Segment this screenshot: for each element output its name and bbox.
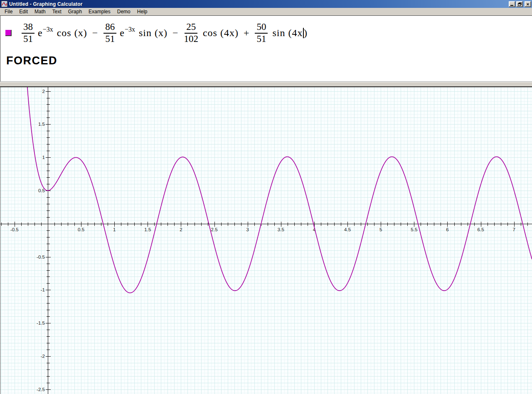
fraction-numerator: 50 bbox=[255, 22, 268, 34]
app-icon bbox=[1, 1, 7, 7]
menu-item-graph[interactable]: Graph bbox=[65, 8, 85, 15]
minimize-icon bbox=[510, 5, 513, 6]
exponent: −3x bbox=[125, 26, 135, 33]
operator: − bbox=[92, 27, 98, 39]
equation-panel: 38 51 e−3x cos (x) − 86 51 e−3x sin (x) … bbox=[0, 15, 532, 81]
app-window: Untitled - Graphing Calculator × File Ed… bbox=[0, 0, 532, 394]
x-tick-label: 4.5 bbox=[344, 227, 351, 232]
operator: + bbox=[244, 27, 249, 39]
function-curve bbox=[0, 87, 532, 293]
graph-area[interactable]: -0.50.511.522.533.544.555.566.5721.510.5… bbox=[0, 87, 532, 394]
x-tick-label: 3 bbox=[246, 227, 249, 232]
fraction: 50 51 bbox=[254, 22, 268, 44]
fraction-numerator: 38 bbox=[22, 22, 34, 34]
close-icon: × bbox=[527, 2, 529, 6]
x-tick-label: 7 bbox=[513, 227, 515, 232]
fraction-denominator: 51 bbox=[23, 34, 33, 44]
fraction-denominator: 51 bbox=[105, 34, 115, 44]
menu-item-math[interactable]: Math bbox=[32, 8, 49, 15]
exp-base: e bbox=[38, 27, 42, 39]
annotation-text[interactable]: FORCED bbox=[6, 54, 532, 67]
fraction-denominator: 102 bbox=[184, 34, 198, 44]
close-paren: ) bbox=[304, 27, 307, 39]
x-tick-label: 2.5 bbox=[211, 227, 218, 232]
fraction: 38 51 bbox=[21, 22, 35, 44]
fraction-denominator: 51 bbox=[256, 34, 266, 44]
restore-icon bbox=[518, 2, 522, 6]
menu-item-edit[interactable]: Edit bbox=[16, 8, 31, 15]
fraction: 25 102 bbox=[183, 22, 199, 44]
menu-item-examples[interactable]: Examples bbox=[86, 8, 113, 15]
x-tick-label: 1 bbox=[113, 227, 116, 232]
x-tick-label: 0.5 bbox=[78, 227, 84, 232]
equation-formula[interactable]: 38 51 e−3x cos (x) − 86 51 e−3x sin (x) … bbox=[21, 22, 307, 44]
y-tick-label: -2.5 bbox=[37, 387, 45, 392]
menu-item-help[interactable]: Help bbox=[134, 8, 150, 15]
menu-item-text[interactable]: Text bbox=[49, 8, 64, 15]
menu-item-file[interactable]: File bbox=[2, 8, 15, 15]
panel-divider[interactable] bbox=[0, 81, 532, 87]
operator: − bbox=[172, 27, 178, 39]
trig-term: sin (x) bbox=[139, 27, 167, 39]
fraction: 86 51 bbox=[103, 22, 117, 44]
y-tick-label: -1.5 bbox=[37, 321, 45, 325]
menu-item-demo[interactable]: Demo bbox=[114, 8, 133, 15]
x-tick-label: 3.5 bbox=[278, 227, 284, 232]
y-tick-label: 2 bbox=[42, 89, 45, 94]
y-tick-label: -1 bbox=[41, 287, 45, 292]
fraction-numerator: 86 bbox=[103, 22, 116, 34]
trig-term: cos (4x) bbox=[203, 27, 239, 39]
x-tick-label: 5.5 bbox=[411, 227, 417, 232]
restore-button[interactable] bbox=[516, 1, 523, 7]
trig-term: sin (4x bbox=[272, 27, 303, 39]
minimize-button[interactable] bbox=[509, 1, 515, 7]
x-tick-label: 1.5 bbox=[144, 227, 151, 232]
close-button[interactable]: × bbox=[525, 1, 531, 7]
curve-color-swatch[interactable] bbox=[5, 30, 12, 36]
function-plot-svg[interactable]: -0.50.511.522.533.544.555.566.5721.510.5… bbox=[0, 87, 532, 394]
exp-base: e bbox=[120, 27, 124, 39]
y-tick-label: -0.5 bbox=[37, 255, 45, 259]
menu-bar: File Edit Math Text Graph Examples Demo … bbox=[0, 8, 532, 15]
title-bar[interactable]: Untitled - Graphing Calculator × bbox=[0, 0, 532, 8]
fraction-numerator: 25 bbox=[185, 22, 197, 34]
exponent: −3x bbox=[43, 26, 53, 33]
window-title: Untitled - Graphing Calculator bbox=[9, 1, 509, 7]
x-tick-label: 2 bbox=[180, 227, 182, 232]
trig-term: cos (x) bbox=[57, 27, 87, 39]
x-tick-label: 5 bbox=[379, 227, 382, 232]
x-tick-label: -0.5 bbox=[10, 227, 19, 232]
y-tick-label: -2 bbox=[41, 354, 45, 359]
x-tick-label: 6.5 bbox=[478, 227, 484, 232]
y-tick-label: 1.5 bbox=[38, 122, 45, 127]
x-tick-label: 6 bbox=[446, 227, 448, 232]
y-tick-label: 1 bbox=[42, 155, 45, 160]
y-tick-label: 0.5 bbox=[38, 188, 45, 193]
